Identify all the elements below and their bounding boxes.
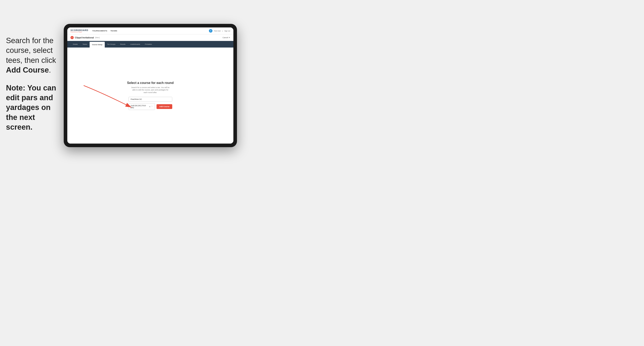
nav-link-tournaments[interactable]: TOURNAMENTS bbox=[92, 30, 107, 32]
tab-results[interactable]: Results bbox=[118, 41, 128, 47]
logo: SCOREBOARD Powered by clippd bbox=[70, 29, 88, 33]
nav-separator: | bbox=[222, 30, 223, 32]
annotation-note: Note: You can edit pars and yardages on … bbox=[6, 83, 62, 132]
main-content: Select a course for each round Search fo… bbox=[67, 47, 234, 144]
tablet-frame: SCOREBOARD Powered by clippd TOURNAMENTS… bbox=[64, 24, 237, 147]
top-nav: SCOREBOARD Powered by clippd TOURNAMENTS… bbox=[67, 27, 234, 34]
tee-select-row: Gold (M) (M) (7010 yds) ✕ ⌃ Add Course bbox=[128, 103, 172, 110]
select-course-title: Select a course for each round bbox=[127, 81, 174, 85]
tournament-title: C Clippd Invitational (Men) bbox=[70, 36, 100, 39]
nav-link-teams[interactable]: TEAMS bbox=[110, 30, 117, 32]
tab-printables[interactable]: Printables bbox=[142, 41, 154, 47]
tournament-name: Clippd Invitational bbox=[75, 36, 94, 39]
logo-area: SCOREBOARD Powered by clippd TOURNAMENTS… bbox=[70, 29, 117, 33]
nav-links: TOURNAMENTS TEAMS bbox=[92, 30, 117, 32]
clear-icon[interactable]: ✕ bbox=[149, 106, 150, 108]
tee-select-controls: ✕ ⌃ bbox=[149, 106, 153, 108]
add-course-button[interactable]: Add Course bbox=[156, 104, 172, 109]
tee-select[interactable]: Gold (M) (M) (7010 yds) ✕ ⌃ bbox=[128, 103, 155, 110]
annotation-area: Search for the course, select tees, then… bbox=[6, 36, 62, 132]
annotation-bold: Add Course bbox=[6, 66, 49, 74]
course-search-input[interactable] bbox=[128, 97, 172, 102]
logo-text: SCOREBOARD bbox=[70, 29, 88, 31]
tab-tee-groups[interactable]: Tee Groups bbox=[105, 41, 118, 47]
tab-teams[interactable]: Teams bbox=[80, 41, 90, 47]
cancel-label: Cancel bbox=[222, 37, 228, 39]
select-course-desc: Search for a course and select a tee. Yo… bbox=[130, 86, 170, 94]
logo-sub: Powered by clippd bbox=[70, 31, 88, 33]
tournament-header: C Clippd Invitational (Men) Cancel ✕ bbox=[67, 34, 234, 41]
sign-out-link[interactable]: Sign out bbox=[224, 30, 230, 32]
tournament-type: (Men) bbox=[95, 37, 100, 39]
user-name: Test User bbox=[214, 30, 221, 32]
tab-course-setup[interactable]: Course Setup bbox=[90, 42, 105, 47]
nav-right: T Test User | Sign out bbox=[209, 29, 230, 33]
chevron-icon[interactable]: ⌃ bbox=[151, 106, 153, 108]
tablet-screen: SCOREBOARD Powered by clippd TOURNAMENTS… bbox=[67, 27, 234, 144]
user-avatar: T bbox=[209, 29, 212, 33]
tab-leaderboards[interactable]: Leaderboards bbox=[128, 41, 142, 47]
tab-details[interactable]: Details bbox=[70, 41, 80, 47]
cancel-icon: ✕ bbox=[228, 37, 230, 39]
tab-bar: Details Teams Course Setup Tee Groups Re… bbox=[67, 41, 234, 47]
tournament-icon: C bbox=[70, 36, 74, 39]
annotation-text: Search for the course, select tees, then… bbox=[6, 36, 62, 75]
cancel-button[interactable]: Cancel ✕ bbox=[222, 37, 230, 39]
tee-value: Gold (M) (M) (7010 yds) bbox=[131, 105, 149, 109]
